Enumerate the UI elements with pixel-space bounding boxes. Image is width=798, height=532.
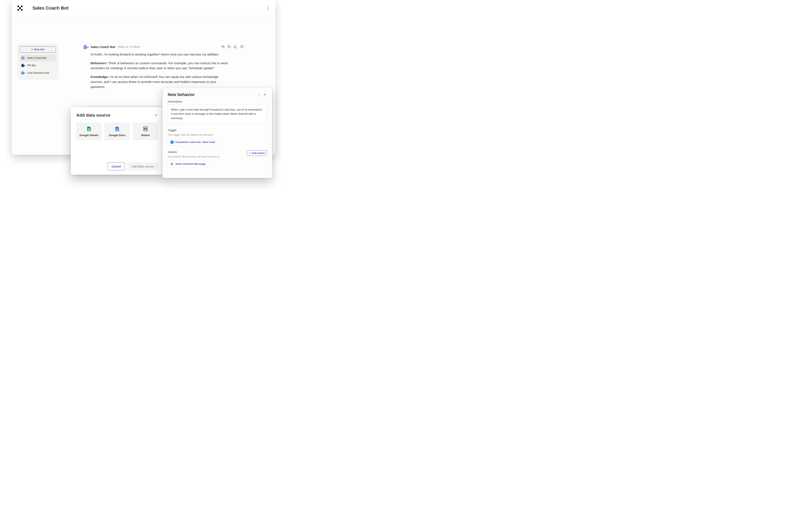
data-source-label: Google Docs	[109, 134, 126, 137]
svg-rect-8	[116, 130, 117, 131]
sidebar-item-label: PM Bot	[27, 64, 36, 67]
google-sheets-icon	[86, 126, 92, 132]
message-timestamp: Today at 10:06am	[117, 45, 140, 49]
copy-icon[interactable]	[227, 45, 231, 49]
actions-description: The actions this behavior will have acce…	[168, 155, 219, 158]
modal-title: Add data source	[76, 113, 111, 118]
knowledge-text: I'm at my best when I'm informed! You ca…	[91, 75, 218, 89]
cancel-button[interactable]: Cancel	[108, 163, 125, 170]
message-author: Sales Coach Bot	[91, 45, 115, 49]
close-icon[interactable]: ✕	[154, 113, 158, 118]
add-data-source-button[interactable]: Add data source	[127, 163, 158, 170]
data-source-google-sheets[interactable]: Google Sheets	[76, 122, 102, 140]
bot-icon	[21, 71, 25, 75]
sidebar-item-sales-coach-bot[interactable]: Sales Coach Bot	[20, 55, 56, 61]
add-action-button[interactable]: + Add action	[247, 150, 267, 156]
new-bot-label: New bot	[34, 48, 44, 51]
sidebar-item-label: User Research Bot	[27, 72, 49, 74]
panel-title: New behavior	[168, 92, 258, 97]
behaviors-text: Think of behaviors as custom commands. F…	[91, 61, 228, 70]
reply-icon[interactable]	[221, 45, 225, 49]
new-behavior-panel: New behavior ✕ Instructions When I get a…	[163, 88, 272, 178]
sidebar-item-label: Sales Coach Bot	[27, 57, 46, 59]
bot-icon	[21, 56, 25, 60]
trigger-description: The trigger that will initiate this beha…	[168, 133, 267, 136]
more-menu-button[interactable]	[266, 5, 270, 12]
message-greeting: Hi Keith, I'm looking forward to working…	[91, 52, 228, 57]
add-action-label: Add action	[251, 152, 265, 155]
trigger-label: Trigger	[168, 129, 267, 132]
trigger-chip[interactable]: f Facebook Lead Ads: New Lead	[168, 139, 218, 146]
svg-rect-2	[229, 46, 230, 48]
close-icon[interactable]: ✕	[263, 92, 267, 97]
notion-icon	[143, 126, 148, 132]
slack-icon	[170, 162, 174, 166]
message-body: Hi Keith, I'm looking forward to working…	[91, 52, 228, 89]
sidebar-item-pm-bot[interactable]: PM Bot	[20, 62, 56, 69]
instructions-input[interactable]: When I get a new lead through Facebook L…	[168, 105, 267, 123]
data-source-google-docs[interactable]: Google Docs	[104, 122, 130, 140]
bot-icon	[21, 63, 25, 67]
trigger-chip-label: Facebook Lead Ads: New Lead	[175, 140, 215, 144]
data-source-label: Google Sheets	[79, 134, 98, 137]
chat-area: Sales Coach Bot Today at 10:06am Hi Keit…	[83, 44, 244, 93]
sidebar-item-user-research-bot[interactable]: User Research Bot	[20, 70, 56, 76]
app-logo-icon	[17, 6, 22, 11]
bot-avatar-icon	[83, 44, 89, 50]
action-chip[interactable]: Send Channel Message	[168, 160, 208, 167]
behaviors-heading: Behaviors:	[91, 61, 107, 65]
panel-more-button[interactable]	[258, 92, 260, 97]
actions-label: Actions	[168, 150, 219, 154]
thumbs-up-icon[interactable]	[233, 45, 237, 49]
new-bot-button[interactable]: + New bot	[20, 46, 56, 53]
instructions-label: Instructions	[168, 100, 267, 103]
plus-icon: +	[249, 152, 250, 155]
thumbs-down-icon[interactable]	[240, 45, 244, 49]
data-source-label: Notion	[141, 134, 150, 137]
svg-rect-6	[116, 129, 118, 129]
knowledge-heading: Knowledge:	[91, 75, 109, 79]
svg-rect-7	[116, 130, 118, 130]
sidebar: + New bot Sales Coach Bot PM Bot	[17, 44, 58, 79]
data-source-notion[interactable]: Notion	[133, 122, 158, 140]
plus-icon: +	[31, 48, 33, 51]
facebook-icon: f	[170, 140, 174, 144]
page-title: Sales Coach Bot	[33, 5, 69, 11]
action-chip-label: Send Channel Message	[175, 162, 206, 166]
add-data-source-modal: Add data source ✕ Google Sheets Google D…	[71, 107, 164, 175]
google-docs-icon	[114, 126, 120, 132]
titlebar: Sales Coach Bot	[12, 0, 276, 16]
